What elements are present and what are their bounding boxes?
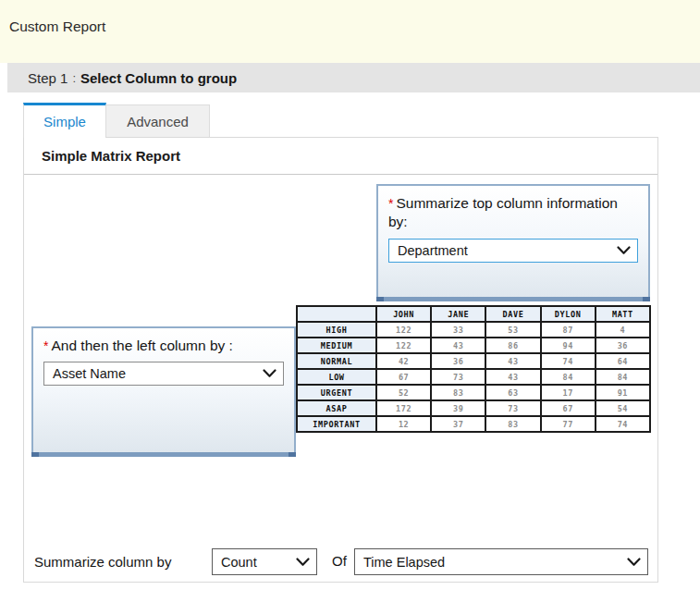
matrix-value-cell: 73 bbox=[431, 369, 485, 385]
matrix-row-label: NORMAL bbox=[297, 353, 376, 369]
top-column-label: *Summarize top column information by: bbox=[388, 194, 638, 232]
matrix-row: URGENT5283631791 bbox=[297, 385, 650, 400]
tab-content: Simple Matrix Report *Summarize top colu… bbox=[23, 137, 658, 583]
left-column-select-value: Asset Name bbox=[53, 366, 126, 381]
matrix-value-cell: 36 bbox=[596, 338, 650, 353]
matrix-value-cell: 67 bbox=[541, 400, 596, 416]
chevron-down-icon bbox=[627, 558, 641, 567]
matrix-value-cell: 54 bbox=[596, 400, 650, 416]
field-select[interactable]: Time Elapsed bbox=[354, 548, 648, 575]
matrix-value-cell: 83 bbox=[431, 385, 485, 400]
matrix-value-cell: 36 bbox=[431, 353, 485, 369]
top-column-select[interactable]: Department bbox=[388, 239, 638, 263]
matrix-value-cell: 39 bbox=[431, 400, 485, 416]
of-label: Of bbox=[332, 553, 347, 569]
matrix-row: NORMAL4236437464 bbox=[297, 353, 650, 369]
matrix-column-header: JANE bbox=[431, 306, 485, 322]
section-heading: Simple Matrix Report bbox=[24, 138, 657, 175]
matrix-value-cell: 4 bbox=[596, 322, 650, 338]
matrix-value-cell: 67 bbox=[376, 369, 431, 385]
tab-bar: Simple Advanced bbox=[23, 102, 210, 137]
tab-simple[interactable]: Simple bbox=[23, 103, 106, 138]
tab-advanced-label: Advanced bbox=[127, 114, 189, 129]
matrix-row: HIGH1223353874 bbox=[297, 322, 650, 338]
matrix-value-cell: 94 bbox=[541, 338, 596, 353]
page-title: Custom Report bbox=[9, 18, 105, 35]
matrix-row-label: URGENT bbox=[297, 385, 376, 400]
matrix-row: ASAP17239736754 bbox=[297, 400, 650, 416]
matrix-row-label: LOW bbox=[297, 369, 376, 385]
matrix-value-cell: 122 bbox=[376, 338, 431, 353]
matrix-value-cell: 91 bbox=[596, 385, 650, 400]
chevron-down-icon bbox=[296, 558, 310, 567]
page-header: Custom Report bbox=[0, 0, 700, 63]
matrix-column-header: DYLON bbox=[541, 306, 596, 322]
matrix-value-cell: 87 bbox=[541, 322, 596, 338]
required-marker: * bbox=[388, 196, 393, 211]
step-bar: Step 1 : Select Column to group bbox=[7, 63, 700, 92]
step-title: Select Column to group bbox=[80, 70, 237, 86]
matrix-row: LOW6773438484 bbox=[297, 369, 650, 385]
matrix-value-cell: 84 bbox=[541, 369, 596, 385]
matrix-body: HIGH1223353874MEDIUM12243869436NORMAL423… bbox=[297, 322, 650, 432]
top-column-panel: *Summarize top column information by: De… bbox=[376, 184, 650, 301]
matrix-value-cell: 74 bbox=[596, 416, 650, 432]
matrix-value-cell: 84 bbox=[596, 369, 650, 385]
matrix-value-cell: 43 bbox=[485, 353, 540, 369]
matrix-value-cell: 53 bbox=[485, 322, 540, 338]
matrix-column-header: JOHN bbox=[376, 306, 431, 322]
matrix-value-cell: 172 bbox=[376, 400, 431, 416]
matrix-value-cell: 86 bbox=[485, 338, 540, 353]
field-select-value: Time Elapsed bbox=[363, 555, 445, 570]
matrix-row: IMPORTANT1237837774 bbox=[297, 416, 650, 432]
chevron-down-icon bbox=[263, 369, 276, 378]
matrix-value-cell: 12 bbox=[376, 416, 431, 432]
tab-advanced[interactable]: Advanced bbox=[106, 104, 210, 137]
matrix-row-label: HIGH bbox=[297, 322, 376, 338]
matrix-value-cell: 63 bbox=[485, 385, 540, 400]
matrix-corner-cell bbox=[297, 306, 376, 322]
matrix-value-cell: 43 bbox=[485, 369, 540, 385]
matrix-row-label: MEDIUM bbox=[297, 338, 376, 353]
left-column-panel: *And then the left column by : Asset Nam… bbox=[31, 326, 296, 457]
left-column-select[interactable]: Asset Name bbox=[43, 362, 284, 386]
required-marker: * bbox=[43, 338, 48, 353]
matrix-value-cell: 83 bbox=[485, 416, 540, 432]
matrix-value-cell: 64 bbox=[596, 353, 650, 369]
step-number: Step 1 bbox=[28, 70, 68, 86]
matrix-preview-table: JOHNJANEDAVEDYLONMATT HIGH1223353874MEDI… bbox=[296, 305, 651, 433]
matrix-value-cell: 43 bbox=[431, 338, 485, 353]
matrix-row-label: ASAP bbox=[297, 400, 376, 416]
matrix-value-cell: 37 bbox=[431, 416, 485, 432]
matrix-value-cell: 17 bbox=[541, 385, 596, 400]
left-column-label: *And then the left column by : bbox=[43, 337, 284, 355]
chevron-down-icon bbox=[617, 246, 631, 255]
tab-simple-label: Simple bbox=[43, 114, 86, 129]
step-separator: : bbox=[72, 71, 76, 85]
matrix-value-cell: 77 bbox=[541, 416, 596, 432]
matrix-header-row: JOHNJANEDAVEDYLONMATT bbox=[297, 306, 650, 322]
summarize-row: Summarize column by Count Of Time Elapse… bbox=[24, 548, 657, 576]
matrix-row: MEDIUM12243869436 bbox=[297, 338, 650, 353]
matrix-value-cell: 73 bbox=[485, 400, 540, 416]
matrix-value-cell: 52 bbox=[376, 385, 431, 400]
matrix-row-label: IMPORTANT bbox=[297, 416, 376, 432]
matrix-value-cell: 42 bbox=[376, 353, 431, 369]
top-column-select-value: Department bbox=[398, 243, 468, 258]
matrix-value-cell: 74 bbox=[541, 353, 596, 369]
matrix-column-header: DAVE bbox=[485, 306, 540, 322]
matrix-column-header: MATT bbox=[596, 306, 650, 322]
aggregate-select[interactable]: Count bbox=[212, 548, 317, 575]
aggregate-select-value: Count bbox=[221, 555, 257, 570]
summarize-column-label: Summarize column by bbox=[34, 554, 171, 570]
matrix-value-cell: 33 bbox=[431, 322, 485, 338]
matrix-value-cell: 122 bbox=[376, 322, 431, 338]
